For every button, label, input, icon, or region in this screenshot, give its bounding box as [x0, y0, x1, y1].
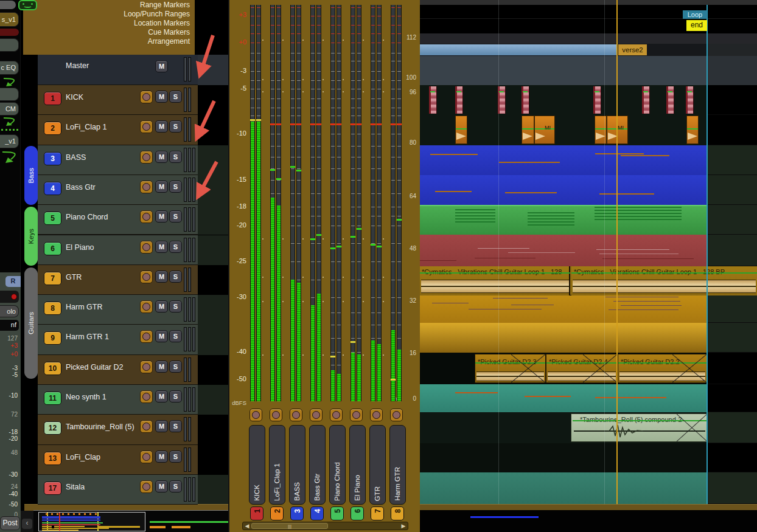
mute-button[interactable]: M: [155, 271, 168, 283]
audio-region[interactable]: [522, 116, 534, 144]
record-arm-button[interactable]: [140, 91, 153, 103]
audio-region[interactable]: *Cymatics - Vibrations Chill Guitar Loop…: [420, 266, 570, 295]
marker-loop[interactable]: Loop: [683, 10, 707, 19]
track-number-badge[interactable]: 1: [44, 92, 61, 105]
track-header-row[interactable]: 11Neo synth 1MS: [38, 385, 198, 415]
channel-number-badge[interactable]: 5: [330, 506, 344, 520]
track-number-badge[interactable]: 9: [44, 331, 61, 345]
channel-name-box[interactable]: BASS: [289, 425, 305, 505]
track-number-badge[interactable]: 12: [44, 421, 61, 435]
midi-region[interactable]: [420, 384, 707, 412]
mute-button[interactable]: M: [155, 480, 168, 492]
channel-record-arm-button[interactable]: [370, 409, 383, 421]
channel-number-badge[interactable]: 2: [270, 506, 284, 520]
mute-button[interactable]: M: [155, 241, 168, 253]
audio-region[interactable]: *Picked Guitar D2.4: [546, 354, 618, 383]
track-header-row[interactable]: 4Bass GtrMS: [38, 175, 198, 205]
channel-name-box[interactable]: LoFi_Clap 1: [269, 425, 285, 505]
solo-button[interactable]: S: [169, 181, 182, 193]
record-arm-button[interactable]: [140, 120, 153, 133]
channel-name-box[interactable]: El Piano: [349, 425, 366, 505]
group-tab-bass[interactable]: Bass: [24, 146, 38, 205]
group-tab-keys[interactable]: Keys: [24, 207, 38, 266]
solo-button[interactable]: S: [169, 480, 182, 492]
solo-button[interactable]: S: [169, 361, 182, 373]
scroll-left-button[interactable]: ‹: [22, 519, 32, 529]
mute-button[interactable]: M: [155, 330, 168, 342]
track-number-badge[interactable]: 2: [44, 122, 61, 135]
solo-button[interactable]: S: [169, 300, 182, 313]
input-button[interactable]: [0, 291, 19, 303]
plugin-item[interactable]: c EQ: [0, 61, 19, 75]
record-arm-button[interactable]: [140, 181, 153, 193]
audio-region[interactable]: [522, 86, 529, 114]
mute-button[interactable]: M: [155, 210, 168, 223]
mute-button[interactable]: M: [155, 151, 168, 163]
record-arm-button[interactable]: [140, 420, 153, 433]
loop-end-line[interactable]: [706, 5, 708, 504]
track-header-row[interactable]: 10Picked Guitar D2MS: [38, 355, 198, 385]
channel-number-badge[interactable]: 7: [371, 506, 384, 520]
audio-region[interactable]: *Picked Guitar D2.3: [475, 354, 546, 383]
channel-number-badge[interactable]: 1: [250, 506, 263, 520]
track-number-badge[interactable]: 8: [44, 302, 61, 315]
plugin-stub[interactable]: [0, 1, 16, 9]
track-number-badge[interactable]: 5: [44, 212, 61, 225]
mute-button[interactable]: M: [155, 390, 168, 402]
audio-region[interactable]: *Picked Guitar D2.2: [618, 354, 707, 383]
plugin-item[interactable]: [0, 38, 19, 52]
track-header-row[interactable]: 13LoFi_ClapMS: [38, 445, 198, 475]
session-overview[interactable]: [33, 510, 230, 532]
solo-button[interactable]: S: [169, 271, 182, 283]
track-number-badge[interactable]: 17: [44, 482, 61, 495]
meter-scrollbar[interactable]: ◀ ▶ |||: [242, 522, 408, 530]
record-arm-button[interactable]: [140, 361, 153, 373]
channel-record-arm-button[interactable]: [350, 409, 363, 421]
solo-button[interactable]: S: [169, 91, 182, 103]
solo-button[interactable]: S: [169, 210, 182, 223]
audio-region[interactable]: *Tambourine_Roll (5) compound-2: [571, 413, 708, 442]
record-arm-button[interactable]: [140, 151, 153, 164]
menu-item-loop-punch-ranges[interactable]: Loop/Punch Ranges: [23, 10, 195, 19]
channel-record-arm-button[interactable]: [249, 409, 262, 421]
plugin-item[interactable]: _v1: [0, 134, 19, 148]
record-arm-button[interactable]: [140, 210, 153, 223]
smiley-plugin-button[interactable]: [18, 0, 37, 10]
record-arm-button[interactable]: [140, 241, 153, 254]
group-tab-guitars[interactable]: Guitars: [24, 268, 38, 379]
marker-end[interactable]: end: [686, 20, 707, 31]
track-number-badge[interactable]: 4: [44, 182, 61, 195]
mute-button[interactable]: M: [155, 300, 168, 313]
track-header-row[interactable]: MasterM: [38, 55, 198, 85]
menu-item-arrangement[interactable]: Arrangement: [23, 37, 195, 46]
audio-region[interactable]: [666, 86, 674, 114]
channel-name-box[interactable]: KICK: [249, 425, 265, 505]
solo-button[interactable]: S: [169, 120, 182, 133]
channel-number-badge[interactable]: 6: [351, 506, 364, 520]
menu-item-range-markers[interactable]: Range Markers: [23, 1, 195, 10]
record-arm-button[interactable]: [140, 390, 153, 403]
channel-number-badge[interactable]: 8: [391, 506, 404, 520]
midi-region[interactable]: [420, 175, 707, 205]
mute-button[interactable]: M: [155, 120, 168, 133]
audio-region[interactable]: [455, 116, 467, 144]
channel-record-arm-button[interactable]: [330, 409, 343, 421]
solo-button[interactable]: S: [169, 330, 182, 342]
audio-region[interactable]: *Cymatics - Vibrations Chill Guitar Loop…: [571, 266, 757, 295]
track-number-badge[interactable]: 6: [44, 242, 61, 255]
channel-record-arm-button[interactable]: [270, 409, 282, 421]
track-header-row[interactable]: 3BASSMS: [38, 145, 198, 175]
record-enable-button[interactable]: R: [5, 276, 21, 287]
track-header-row[interactable]: 9Harm GTR 1MS: [38, 325, 198, 354]
channel-record-arm-button[interactable]: [310, 409, 323, 421]
plugin-item[interactable]: [0, 88, 19, 101]
audio-region[interactable]: [686, 116, 699, 144]
record-arm-button[interactable]: [140, 300, 153, 313]
audio-region[interactable]: [455, 86, 463, 114]
track-number-badge[interactable]: 7: [44, 272, 61, 285]
channel-record-arm-button[interactable]: [390, 409, 403, 421]
solo-button[interactable]: S: [169, 241, 182, 253]
track-header-row[interactable]: 1KICKMS: [38, 85, 198, 115]
audio-region[interactable]: MI: [534, 116, 555, 144]
channel-name-box[interactable]: GTR: [369, 425, 386, 505]
